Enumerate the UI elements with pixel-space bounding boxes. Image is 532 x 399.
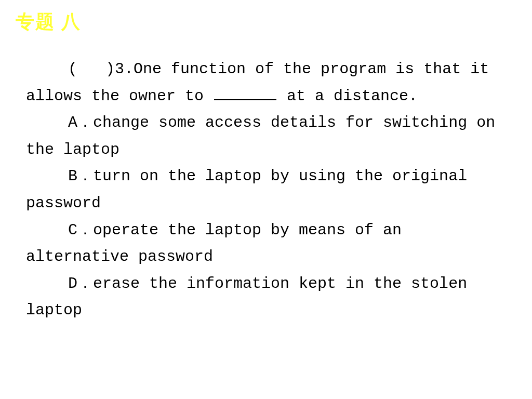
answer-open-paren: ( (68, 60, 77, 78)
option-c-label: C． (68, 221, 93, 239)
option-b: B．turn on the laptop by using the origin… (26, 163, 511, 217)
option-a-text: change some access details for switching… (26, 114, 495, 158)
fill-blank (214, 86, 276, 100)
question-number: 3. (115, 60, 134, 78)
option-a-label: A． (68, 114, 93, 131)
answer-close-paren: ) (105, 60, 115, 78)
slide: 专题 八 ( )3.One function of the program is… (0, 0, 532, 399)
option-d: D．erase the information kept in the stol… (26, 271, 511, 324)
topic-header: 专题 八 (16, 9, 81, 35)
option-d-label: D． (68, 275, 93, 292)
option-c: C．operate the laptop by means of an alte… (26, 217, 511, 271)
topic-title: 专题 八 (16, 11, 81, 32)
question-body: ( )3.One function of the program is that… (26, 56, 511, 324)
option-b-label: B． (68, 167, 93, 185)
option-a: A．change some access details for switchi… (26, 110, 511, 163)
question-stem: ( )3.One function of the program is that… (26, 56, 511, 110)
question-tail: at a distance. (277, 87, 418, 105)
